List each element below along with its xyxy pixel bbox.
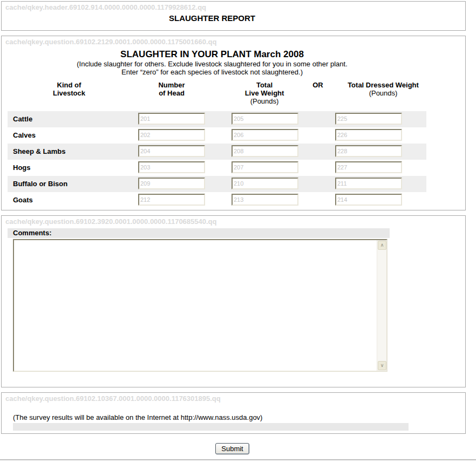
total-live-weight-input[interactable]	[232, 178, 298, 189]
row-sheep-lambs: Sheep & Lambs	[8, 144, 426, 160]
section-title: SLAUGHTER IN YOUR PLANT March 2008	[2, 49, 423, 60]
comments-label: Comments:	[8, 228, 390, 238]
total-dressed-weight-input[interactable]	[335, 194, 402, 206]
comments-field: ∧ ∨	[13, 239, 387, 372]
submit-button[interactable]: Submit	[215, 443, 249, 454]
header-panel: cache/qkey.header.69102.914.0000.0000.00…	[1, 1, 466, 31]
number-of-head-input[interactable]	[138, 129, 205, 141]
column-header-kind-of-livestock: Kind of Livestock	[23, 81, 115, 97]
submit-bar: Submit	[0, 443, 465, 454]
results-cache-key: cache/qkey.question.69102.10367.0001.000…	[2, 393, 465, 403]
survey-results-panel: cache/qkey.question.69102.10367.0001.000…	[1, 392, 466, 434]
column-header-total-dressed-weight: Total Dressed Weight (Pounds)	[332, 81, 434, 97]
total-live-weight-input[interactable]	[232, 161, 298, 173]
total-live-weight-input[interactable]	[232, 129, 298, 141]
total-dressed-weight-input[interactable]	[335, 129, 402, 141]
slaughter-report-page: cache/qkey.header.69102.914.0000.0000.00…	[0, 0, 476, 463]
total-live-weight-input[interactable]	[232, 145, 298, 157]
livestock-label: Hogs	[13, 160, 31, 175]
total-dressed-weight-input[interactable]	[335, 145, 402, 157]
number-of-head-input[interactable]	[138, 161, 205, 173]
bottom-divider	[0, 459, 476, 460]
plant-slaughter-panel: cache/qkey.question.69102.2129.0001.0000…	[1, 36, 466, 210]
livestock-label: Goats	[13, 192, 33, 208]
survey-results-note: (The survey results will be available on…	[13, 413, 465, 421]
column-header-or: OR	[302, 81, 334, 89]
column-header-total-live-weight: Total Live Weight (Pounds)	[224, 81, 305, 105]
row-buffalo-bison: Buffalo or Bison	[8, 176, 426, 192]
livestock-label: Buffalo or Bison	[13, 176, 67, 192]
instructions-line-2: Enter “zero” for each species of livesto…	[2, 68, 423, 76]
total-dressed-weight-input[interactable]	[335, 161, 402, 173]
number-of-head-input[interactable]	[138, 145, 205, 157]
comments-panel: cache/qkey.question.69102.3920.0001.0000…	[1, 215, 466, 387]
plant-cache-key: cache/qkey.question.69102.2129.0001.0000…	[2, 36, 465, 46]
comments-cache-key: cache/qkey.question.69102.3920.0001.0000…	[2, 216, 465, 226]
number-of-head-input[interactable]	[138, 178, 205, 189]
chevron-up-icon: ∧	[380, 242, 384, 248]
livestock-label: Sheep & Lambs	[13, 144, 66, 159]
scroll-down-button[interactable]: ∨	[378, 361, 386, 370]
total-dressed-weight-input[interactable]	[335, 178, 402, 189]
livestock-label: Calves	[13, 127, 36, 143]
results-placeholder-strip	[13, 423, 409, 431]
number-of-head-input[interactable]	[138, 194, 205, 206]
total-dressed-weight-input[interactable]	[335, 113, 402, 125]
row-goats: Goats	[8, 192, 426, 208]
row-hogs: Hogs	[8, 160, 426, 176]
page-title: SLAUGHTER REPORT	[2, 13, 423, 23]
row-calves: Calves	[8, 127, 426, 144]
scroll-up-button[interactable]: ∧	[378, 241, 386, 250]
total-live-weight-input[interactable]	[232, 113, 298, 125]
header-cache-key: cache/qkey.header.69102.914.0000.0000.00…	[2, 2, 465, 12]
comments-textarea[interactable]	[14, 240, 377, 371]
total-live-weight-input[interactable]	[232, 194, 298, 206]
chevron-down-icon: ∨	[380, 363, 384, 368]
row-cattle: Cattle	[8, 111, 426, 127]
comments-scrollbar[interactable]: ∧ ∨	[377, 240, 386, 371]
livestock-label: Cattle	[13, 111, 32, 127]
livestock-table: Cattle Calves Sheep & Lambs Hogs	[8, 111, 426, 208]
column-header-number-of-head: Number of Head	[131, 81, 212, 97]
instructions-line-1: (Include slaughter for others. Exclude l…	[2, 60, 423, 68]
number-of-head-input[interactable]	[138, 113, 205, 125]
table-header-row: Kind of Livestock Number of Head Total L…	[2, 81, 465, 109]
